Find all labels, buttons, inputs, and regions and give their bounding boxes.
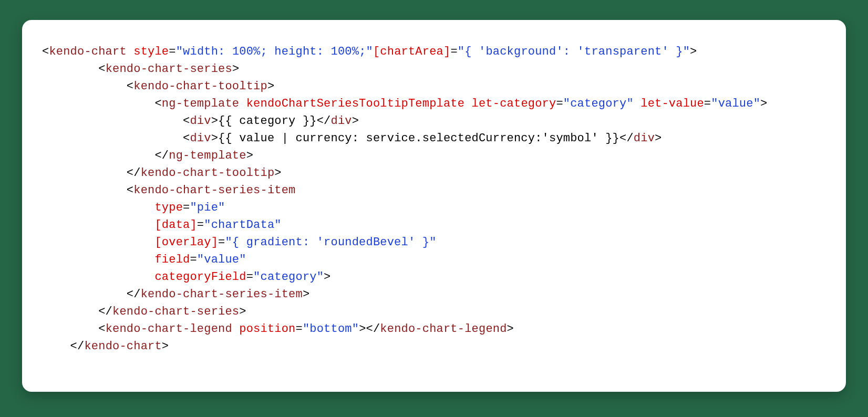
attr: let-value <box>640 97 704 110</box>
tag: kendo-chart-series <box>112 305 239 318</box>
tag: kendo-chart <box>49 45 126 58</box>
tag: kendo-chart-series-item <box>133 184 295 197</box>
attr-value: "bottom" <box>303 322 359 336</box>
attr-value: "chartData" <box>204 218 281 232</box>
attr-value: "width: 100%; height: 100%;" <box>176 45 373 58</box>
attr: [data] <box>154 218 197 232</box>
attr-value: "category" <box>563 97 634 110</box>
tag: div <box>190 132 211 145</box>
tag: div <box>331 114 352 128</box>
attr: kendoChartSeriesTooltipTemplate <box>246 97 464 110</box>
attr-value: "{ 'background': 'transparent' }" <box>458 45 690 58</box>
attr: let-category <box>472 97 556 110</box>
template-expression: {{ value | currency: service.selectedCur… <box>218 132 619 145</box>
attr-value: "{ gradient: 'roundedBevel' }" <box>225 236 436 249</box>
tag: ng-template <box>162 97 239 110</box>
attr: style <box>133 45 169 58</box>
template-expression: {{ category }} <box>218 114 317 128</box>
tag: div <box>190 114 211 128</box>
attr: categoryField <box>154 270 246 284</box>
attr-value: "pie" <box>190 201 225 214</box>
tag: kendo-chart-tooltip <box>141 166 275 180</box>
attr-value: "value" <box>197 253 246 266</box>
tag: kendo-chart <box>84 340 161 353</box>
code-card: <kendo-chart style="width: 100%; height:… <box>22 20 846 392</box>
attr: field <box>154 253 190 266</box>
attr-value: "category" <box>253 270 324 284</box>
tag: kendo-chart-series <box>106 62 232 76</box>
attr: type <box>154 201 183 214</box>
attr: position <box>239 322 295 336</box>
tag: ng-template <box>169 149 246 162</box>
tag: kendo-chart-legend <box>106 322 232 336</box>
code-block: <kendo-chart style="width: 100%; height:… <box>42 43 826 355</box>
tag: div <box>634 132 655 145</box>
attr: [chartArea] <box>373 45 450 58</box>
attr: [overlay] <box>154 236 218 249</box>
attr-value: "value" <box>711 97 760 110</box>
tag: kendo-chart-series-item <box>141 288 303 301</box>
tag: kendo-chart-tooltip <box>133 80 267 93</box>
tag: kendo-chart-legend <box>380 322 507 336</box>
